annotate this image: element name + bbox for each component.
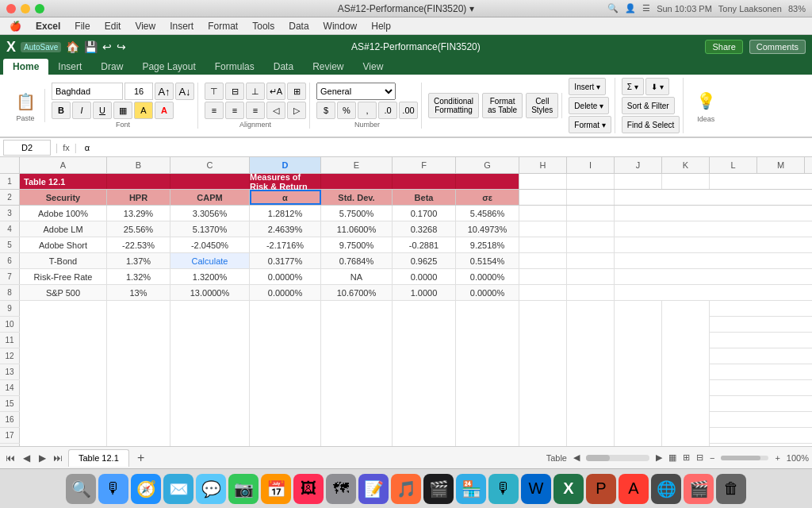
dock-photos[interactable]: 🖼 [293,474,324,504]
empty-cell[interactable] [662,333,710,348]
empty-cell[interactable] [321,380,393,396]
cell-D3[interactable]: 1.2812% [250,206,321,221]
view-pagelayout-icon[interactable]: ⊟ [696,452,703,463]
cell-A6[interactable]: T-Bond [20,253,107,268]
menu-excel[interactable]: 🍎 [3,19,28,33]
tab-data[interactable]: Data [264,59,303,75]
cell-F3[interactable]: 0.1700 [393,206,456,221]
empty-cell[interactable] [321,396,393,412]
menu-view[interactable]: View [128,19,162,33]
dock-facetime[interactable]: 📷 [228,474,259,504]
empty-cell[interactable] [107,444,170,446]
empty-cell[interactable] [170,412,250,428]
formula-input[interactable] [82,140,809,156]
sheet-tab[interactable]: Table 12.1 [68,449,129,467]
tab-insert[interactable]: Insert [48,59,91,75]
indent-decrease-button[interactable]: ◁ [266,102,285,119]
empty-cell[interactable] [662,348,710,364]
cell-b1[interactable] [107,174,170,189]
align-center-button[interactable]: ≡ [225,102,244,119]
format-button[interactable]: Format ▾ [569,116,611,133]
share-button[interactable]: Share [705,40,742,54]
empty-cell[interactable] [170,364,250,380]
percent-button[interactable]: % [337,102,356,119]
empty-cell[interactable] [20,364,107,380]
zoom-out-icon[interactable]: − [710,453,714,463]
cell-f2[interactable]: Beta [393,190,456,205]
cell-D7[interactable]: 0.0000% [250,269,321,284]
empty-cell[interactable] [20,317,107,333]
empty-cell[interactable] [250,317,321,333]
tab-home[interactable]: Home [3,59,48,75]
cell-B3[interactable]: 13.29% [107,206,170,221]
empty-cell[interactable] [519,380,567,396]
empty-cell[interactable] [456,317,519,333]
empty-cell[interactable] [107,317,170,333]
empty-cell[interactable] [20,301,107,317]
empty-cell[interactable] [20,348,107,364]
cell-B6[interactable]: 1.37% [107,253,170,268]
menu-excel-label[interactable]: Excel [29,19,67,33]
dock-word[interactable]: W [521,474,551,504]
cell-c1[interactable] [170,174,250,189]
scroll-right-icon[interactable]: ▶ [656,452,662,463]
format-as-table-button[interactable]: Formatas Table [482,93,523,118]
empty-cell[interactable] [615,317,662,333]
cell-G7[interactable]: 0.0000% [456,269,519,284]
minimize-button[interactable] [21,4,30,13]
cell-B5[interactable]: -22.53% [107,237,170,252]
empty-cell[interactable] [519,206,567,221]
empty-cell[interactable] [393,333,456,348]
empty-cell[interactable] [393,428,456,444]
cell-g2[interactable]: σε [456,190,519,205]
align-top-button[interactable]: ⊤ [205,83,224,100]
dock-reminders[interactable]: 📝 [358,474,389,504]
cell-d1[interactable]: Measures of Risk & Return [250,174,321,189]
menu-data[interactable]: Data [282,19,315,33]
font-color-button[interactable]: A [155,102,174,119]
cell-B7[interactable]: 1.32% [107,269,170,284]
empty-cell[interactable] [456,396,519,412]
account-icon[interactable]: 👤 [625,3,636,13]
empty-cell[interactable] [519,285,567,300]
empty-cell[interactable] [456,301,519,317]
cell-D8[interactable]: 0.0000% [250,285,321,300]
paste-button[interactable]: 📋 [10,89,41,114]
empty-cell[interactable] [321,301,393,317]
empty-cell[interactable] [250,412,321,428]
indent-increase-button[interactable]: ▷ [287,102,306,119]
empty-cell[interactable] [170,348,250,364]
empty-cell[interactable] [519,237,567,252]
empty-cell[interactable] [107,380,170,396]
cell-h1[interactable] [519,174,567,189]
dock-mail[interactable]: ✉️ [163,474,193,504]
cell-E7[interactable]: NA [321,269,393,284]
empty-cell[interactable] [567,317,615,333]
cell-E4[interactable]: 11.0600% [321,221,393,237]
cell-e1[interactable] [321,174,393,189]
empty-cell[interactable] [567,301,615,317]
cell-F5[interactable]: -0.2881 [393,237,456,252]
empty-cell[interactable] [519,396,567,412]
undo-icon[interactable]: ↩ [102,40,112,53]
empty-cell[interactable] [519,317,567,333]
dock-safari[interactable]: 🧭 [131,474,161,504]
cell-reference-input[interactable] [3,140,51,156]
empty-cell[interactable] [170,380,250,396]
cell-D4[interactable]: 2.4639% [250,221,321,237]
border-button[interactable]: ▦ [113,102,132,119]
menu-icon[interactable]: ☰ [642,3,650,13]
ideas-button[interactable]: 💡 [690,88,722,114]
cell-a1[interactable]: Table 12.1 [20,174,107,189]
cell-e2[interactable]: Std. Dev. [321,190,393,205]
empty-cell[interactable] [519,253,567,268]
empty-cell[interactable] [321,364,393,380]
empty-cell[interactable] [519,301,567,317]
empty-cell[interactable] [250,348,321,364]
empty-cell[interactable] [567,396,615,412]
increase-font-button[interactable]: A↑ [155,83,174,100]
empty-cell[interactable] [393,396,456,412]
empty-cell[interactable] [662,444,710,446]
dock-finder[interactable]: 🔍 [66,474,96,504]
cell-A8[interactable]: S&P 500 [20,285,107,300]
